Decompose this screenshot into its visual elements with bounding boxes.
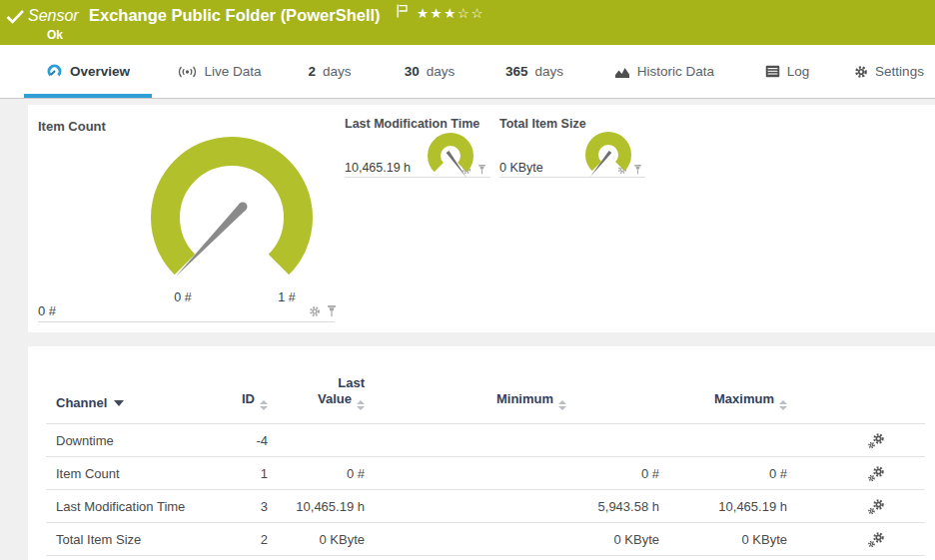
cell-last-value: 0 KByte bbox=[278, 532, 375, 547]
sort-desc-icon bbox=[114, 400, 124, 406]
gauge-title-total-item-size: Total Item Size bbox=[499, 117, 586, 131]
cell-id: 3 bbox=[226, 499, 278, 514]
cell-id: -4 bbox=[226, 433, 278, 448]
gauge-pin-icon[interactable] bbox=[327, 305, 337, 317]
table-row-total-item-size: Total Item Size 2 0 KByte 0 KByte 0 KByt… bbox=[46, 523, 925, 556]
tab-number: 2 bbox=[308, 64, 316, 79]
channel-settings-gears-icon[interactable] bbox=[867, 432, 885, 449]
tab-label: Log bbox=[787, 64, 810, 79]
tab-30-days[interactable]: 30 days bbox=[395, 45, 465, 98]
tab-label: Settings bbox=[875, 64, 924, 79]
column-header-id[interactable]: ID bbox=[226, 391, 278, 410]
gauge-scale-min: 0 # bbox=[163, 290, 203, 304]
tab-label: days bbox=[323, 64, 352, 79]
tab-label: Live Data bbox=[204, 64, 261, 79]
sort-icon bbox=[779, 400, 787, 410]
sensor-title: Exchange Public Folder (PowerShell) bbox=[89, 6, 381, 25]
tab-number: 30 bbox=[405, 64, 420, 79]
cell-maximum: 0 KByte bbox=[669, 532, 797, 547]
gauge-value-last-modification-time: 10,465.19 h bbox=[345, 161, 411, 175]
tab-2-days[interactable]: 2 days bbox=[295, 45, 365, 98]
cell-channel[interactable]: Downtime bbox=[46, 433, 226, 448]
gauge-title-item-count: Item Count bbox=[38, 119, 106, 134]
tab-365-days[interactable]: 365 days bbox=[494, 45, 574, 98]
gauge-settings-gear-icon[interactable] bbox=[309, 305, 321, 317]
cell-last-value: 0 # bbox=[278, 466, 375, 481]
stars-empty: ☆☆ bbox=[458, 6, 484, 21]
sensor-status-text: Ok bbox=[47, 28, 63, 42]
stars-filled: ★★★ bbox=[417, 6, 458, 21]
item-count-gauge bbox=[132, 126, 342, 295]
channel-settings-gears-icon[interactable] bbox=[867, 498, 885, 515]
cell-maximum: 10,465.19 h bbox=[669, 499, 797, 514]
cell-channel[interactable]: Total Item Size bbox=[46, 532, 226, 547]
cell-minimum: 0 KByte bbox=[375, 532, 669, 547]
column-header-channel[interactable]: Channel bbox=[46, 395, 226, 410]
live-data-icon bbox=[178, 65, 197, 79]
cell-channel[interactable]: Last Modification Time bbox=[46, 499, 226, 514]
gauge-scale-max: 1 # bbox=[267, 290, 307, 304]
sensor-status-bar: Sensor Exchange Public Folder (PowerShel… bbox=[0, 0, 935, 45]
tab-number: 365 bbox=[505, 64, 528, 79]
column-header-last-value[interactable]: Last Value bbox=[278, 375, 375, 410]
cell-id: 1 bbox=[226, 466, 278, 481]
divider bbox=[38, 321, 335, 322]
log-icon bbox=[765, 65, 780, 78]
channels-table: Channel ID Last Value Minimum Maximum Do… bbox=[46, 346, 925, 556]
sort-icon bbox=[357, 400, 365, 410]
prtg-sensor-overview-page: Sensor Exchange Public Folder (PowerShel… bbox=[0, 0, 935, 560]
gauge-icon bbox=[46, 63, 63, 80]
tab-label: days bbox=[535, 64, 564, 79]
cell-last-value: 10,465.19 h bbox=[278, 499, 375, 514]
tab-label: Overview bbox=[70, 64, 130, 79]
cell-channel[interactable]: Item Count bbox=[46, 466, 226, 481]
priority-stars[interactable]: ★★★☆☆ bbox=[417, 5, 484, 21]
table-row-downtime: Downtime -4 bbox=[46, 424, 925, 457]
table-row-last-modification-time: Last Modification Time 3 10,465.19 h 5,9… bbox=[46, 490, 925, 523]
table-row-item-count: Item Count 1 0 # 0 # 0 # bbox=[46, 457, 925, 490]
gear-icon bbox=[854, 65, 868, 79]
tab-label: Historic Data bbox=[637, 64, 714, 79]
cell-maximum: 0 # bbox=[669, 466, 797, 481]
tab-log[interactable]: Log bbox=[759, 45, 815, 98]
sort-icon bbox=[558, 400, 566, 410]
tab-overview[interactable]: Overview bbox=[24, 45, 152, 98]
column-header-maximum[interactable]: Maximum bbox=[669, 391, 797, 410]
cell-minimum: 5,943.58 h bbox=[375, 499, 669, 514]
channel-settings-gears-icon[interactable] bbox=[867, 465, 885, 482]
flag-icon[interactable] bbox=[397, 4, 408, 18]
status-ok-check-icon bbox=[6, 9, 25, 25]
gauge-value-item-count: 0 # bbox=[38, 303, 56, 318]
cell-id: 2 bbox=[226, 532, 278, 547]
tab-label: days bbox=[427, 64, 456, 79]
last-modification-time-gauge bbox=[420, 126, 483, 186]
channels-table-panel: Channel ID Last Value Minimum Maximum Do… bbox=[28, 346, 935, 560]
gauges-panel: Item Count 0 # 1 # 0 # Last Modification… bbox=[28, 105, 935, 332]
tab-settings[interactable]: Settings bbox=[851, 45, 927, 98]
sort-icon bbox=[260, 400, 268, 410]
gauge-value-total-item-size: 0 KByte bbox=[499, 161, 543, 175]
channel-settings-gears-icon[interactable] bbox=[867, 531, 885, 548]
column-header-minimum[interactable]: Minimum bbox=[375, 391, 669, 410]
gauge-toolbar bbox=[309, 305, 337, 317]
tab-live-data[interactable]: Live Data bbox=[165, 45, 275, 98]
historic-chart-icon bbox=[614, 65, 630, 79]
table-header-row: Channel ID Last Value Minimum Maximum bbox=[46, 346, 925, 424]
tab-historic-data[interactable]: Historic Data bbox=[604, 45, 724, 98]
sensor-type-label: Sensor bbox=[28, 7, 79, 25]
cell-minimum: 0 # bbox=[375, 466, 669, 481]
tab-bar: Overview Live Data 2 days 30 days 365 da… bbox=[0, 45, 935, 99]
total-item-size-gauge bbox=[577, 125, 641, 185]
